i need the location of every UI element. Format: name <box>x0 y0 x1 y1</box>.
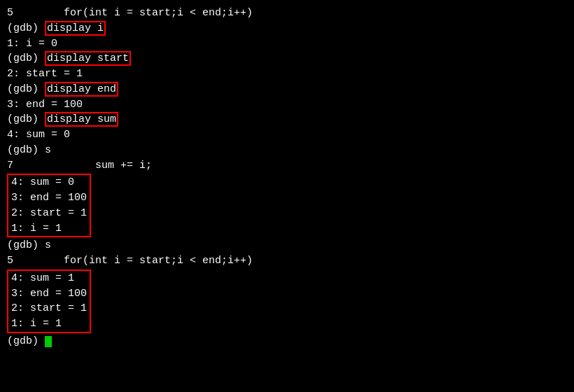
final-prompt[interactable]: (gdb) <box>7 334 567 349</box>
display-sum-0: 4: sum = 0 <box>11 175 87 190</box>
result-2: 2: start = 1 <box>7 66 567 82</box>
cursor-block <box>45 336 52 347</box>
display-i-command: display i <box>45 21 106 36</box>
gdb-prompt-2: (gdb) display start <box>7 51 567 66</box>
gdb-prompt-1: (gdb) display i <box>7 21 567 36</box>
gdb-step-1: (gdb) s <box>7 143 567 158</box>
display-group-1: 4: sum = 0 3: end = 100 2: start = 1 1: … <box>7 174 91 237</box>
display-i-1-1: 1: i = 1 <box>11 221 87 237</box>
display-start-command: display start <box>45 51 131 66</box>
code-line-3: 5 for(int i = start;i < end;i++) <box>7 253 567 269</box>
terminal: 5 for(int i = start;i < end;i++) (gdb) d… <box>7 6 567 349</box>
gdb-step-2: (gdb) s <box>7 238 567 253</box>
display-start-1-2: 2: start = 1 <box>11 301 87 316</box>
code-line-2: 7 sum += i; <box>7 158 567 174</box>
display-start-1-1: 2: start = 1 <box>11 206 87 221</box>
result-3: 3: end = 100 <box>7 97 567 113</box>
display-sum-1: 4: sum = 1 <box>11 271 87 286</box>
result-1: 1: i = 0 <box>7 36 567 52</box>
display-end-command: display end <box>45 82 118 97</box>
gdb-prompt-3: (gdb) display end <box>7 82 567 97</box>
result-4: 4: sum = 0 <box>7 127 567 143</box>
display-i-1-2: 1: i = 1 <box>11 316 87 332</box>
gdb-prompt-4: (gdb) display sum <box>7 112 567 127</box>
display-group-2: 4: sum = 1 3: end = 100 2: start = 1 1: … <box>7 270 91 333</box>
display-end-100-1: 3: end = 100 <box>11 190 87 206</box>
display-end-100-2: 3: end = 100 <box>11 286 87 302</box>
display-sum-command: display sum <box>45 112 118 127</box>
code-line-1: 5 for(int i = start;i < end;i++) <box>7 6 567 21</box>
